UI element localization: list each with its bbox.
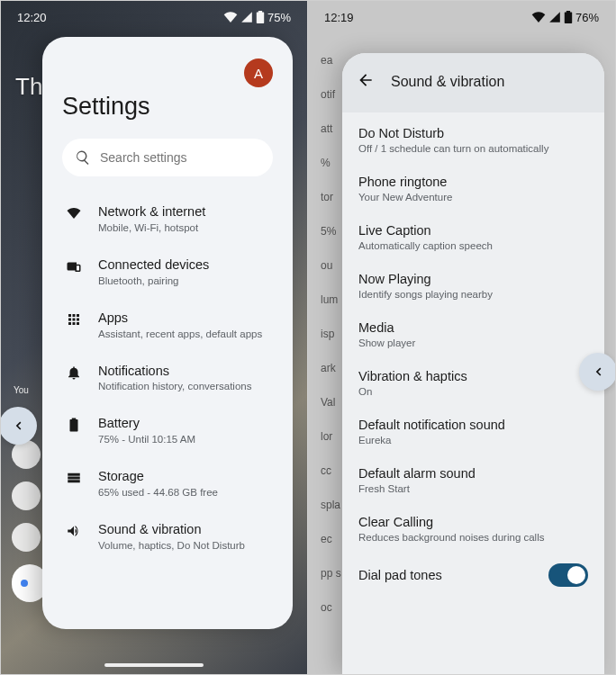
bg-peek-text: att [321, 123, 341, 134]
status-time: 12:20 [17, 11, 47, 24]
wallpaper-text: Th [15, 73, 42, 101]
apps-icon [64, 310, 84, 328]
sound-item[interactable]: Vibration & hapticsOn [358, 359, 604, 408]
search-settings[interactable] [62, 139, 273, 176]
item-subtitle: 75% - Until 10:15 AM [98, 434, 195, 445]
item-subtitle: Mobile, Wi-Fi, hotspot [98, 222, 205, 233]
bell-icon [64, 363, 84, 381]
panel-title: Sound & vibration [391, 74, 504, 90]
item-subtitle: 65% used - 44.68 GB free [98, 487, 218, 498]
sound-item[interactable]: Live CaptionAutomatically caption speech [358, 213, 604, 262]
bg-peek-text: ec [321, 534, 341, 544]
settings-item-apps[interactable]: AppsAssistant, recent apps, default apps [62, 299, 273, 352]
item-subtitle: Bluetooth, pairing [98, 275, 209, 286]
bg-peek-text: lum [321, 294, 341, 305]
bg-peek-text: otif [321, 89, 341, 100]
sound-item[interactable]: Default notification soundEureka [358, 408, 604, 456]
sound-item[interactable]: Clear CallingReduces background noises d… [358, 505, 604, 554]
bg-peek-text: ark [321, 363, 341, 374]
wifi-status-icon [223, 12, 238, 22]
bg-peek-text: % [321, 158, 341, 168]
item-subtitle: Identify songs playing nearby [358, 289, 593, 300]
bg-peek-text: isp [321, 328, 341, 339]
bg-peek-text: ea [321, 55, 341, 66]
bg-peek-text: tor [321, 192, 341, 202]
battery-status-icon [564, 11, 573, 23]
panel-header: Sound & vibration [342, 53, 604, 112]
settings-item-storage[interactable]: Storage65% used - 44.68 GB free [62, 457, 273, 510]
bg-peek-text: lor [321, 431, 341, 442]
status-icons: 76% [531, 11, 599, 24]
settings-item-devices[interactable]: Connected devicesBluetooth, pairing [62, 246, 273, 299]
chevron-left-icon [10, 418, 26, 434]
back-button[interactable] [357, 71, 375, 93]
bg-peek-text: ou [321, 260, 341, 271]
item-title: Battery [98, 415, 195, 432]
item-title: Storage [98, 468, 218, 485]
item-title: Live Caption [358, 223, 593, 238]
item-title: Dial pad tones [358, 568, 442, 582]
item-title: Phone ringtone [358, 175, 593, 189]
item-subtitle: Reduces background noises during calls [358, 532, 593, 543]
status-bar: 12:19 76% [308, 1, 615, 33]
item-title: Apps [98, 310, 262, 327]
dial-pad-tones-item[interactable]: Dial pad tones [358, 554, 604, 598]
bg-pill [12, 523, 41, 552]
signal-status-icon [548, 12, 561, 22]
nav-gesture-bar [104, 663, 204, 667]
sound-item[interactable]: MediaShow player [358, 310, 604, 359]
wifi-icon [64, 203, 84, 221]
settings-card: A Settings Network & internetMobile, Wi-… [42, 37, 293, 629]
sound-item[interactable]: Now PlayingIdentify songs playing nearby [358, 262, 604, 310]
item-title: Notifications [98, 363, 251, 380]
dial-pad-toggle[interactable] [548, 563, 588, 587]
storage-icon [64, 468, 84, 486]
battery-percent: 76% [575, 11, 599, 24]
bg-peek-text: spla [321, 500, 341, 510]
settings-list: Network & internetMobile, Wi-Fi, hotspot… [62, 193, 273, 563]
item-title: Default notification sound [358, 418, 593, 432]
sound-item[interactable]: Do Not DisturbOff / 1 schedule can turn … [358, 116, 604, 165]
sound-vibration-panel: Sound & vibration Do Not DisturbOff / 1 … [342, 53, 604, 674]
settings-item-bell[interactable]: NotificationsNotification history, conve… [62, 352, 273, 405]
search-icon [75, 149, 91, 166]
item-title: Media [358, 320, 593, 335]
sound-item[interactable]: Default alarm soundFresh Start [358, 456, 604, 505]
status-bar: 12:20 75% [1, 1, 307, 33]
collapse-handle[interactable] [1, 407, 37, 445]
signal-status-icon [240, 12, 253, 22]
bg-peek-text: oc [321, 602, 341, 613]
bg-peek-text: Val [321, 397, 341, 408]
collapse-handle[interactable] [579, 353, 615, 391]
settings-item-sound[interactable]: Sound & vibrationVolume, haptics, Do Not… [62, 510, 273, 563]
wifi-status-icon [531, 12, 546, 22]
bg-peek-text: 5% [321, 226, 341, 237]
item-subtitle: Automatically caption speech [358, 240, 593, 251]
toggle-knob [567, 566, 585, 584]
sound-icon [64, 521, 84, 539]
search-input[interactable] [100, 150, 260, 165]
item-subtitle: Off / 1 schedule can turn on automatical… [358, 143, 593, 154]
account-avatar[interactable]: A [244, 58, 273, 87]
item-title: Connected devices [98, 256, 209, 274]
phone-right: 12:19 76% eaotifatt%tor5%oulumisparkVall… [308, 1, 615, 674]
battery-icon [64, 415, 84, 433]
devices-icon [64, 256, 84, 274]
sound-item[interactable]: Phone ringtoneYour New Adventure [358, 165, 604, 213]
settings-item-wifi[interactable]: Network & internetMobile, Wi-Fi, hotspot [62, 193, 273, 246]
item-subtitle: On [358, 386, 593, 397]
avatar-initial: A [254, 66, 263, 81]
google-dot [21, 580, 28, 587]
battery-status-icon [256, 11, 265, 23]
phone-left: 12:20 75% Th You A Settings [1, 1, 308, 674]
item-subtitle: Notification history, conversations [98, 381, 251, 392]
bg-you-label: You [14, 385, 29, 395]
page-title: Settings [62, 93, 273, 121]
battery-percent: 75% [267, 11, 291, 24]
item-subtitle: Eureka [358, 435, 593, 446]
status-icons: 75% [223, 11, 291, 24]
sound-settings-list: Do Not DisturbOff / 1 schedule can turn … [342, 112, 604, 674]
item-title: Do Not Disturb [358, 126, 593, 140]
settings-item-battery[interactable]: Battery75% - Until 10:15 AM [62, 404, 273, 457]
item-title: Clear Calling [358, 515, 593, 529]
